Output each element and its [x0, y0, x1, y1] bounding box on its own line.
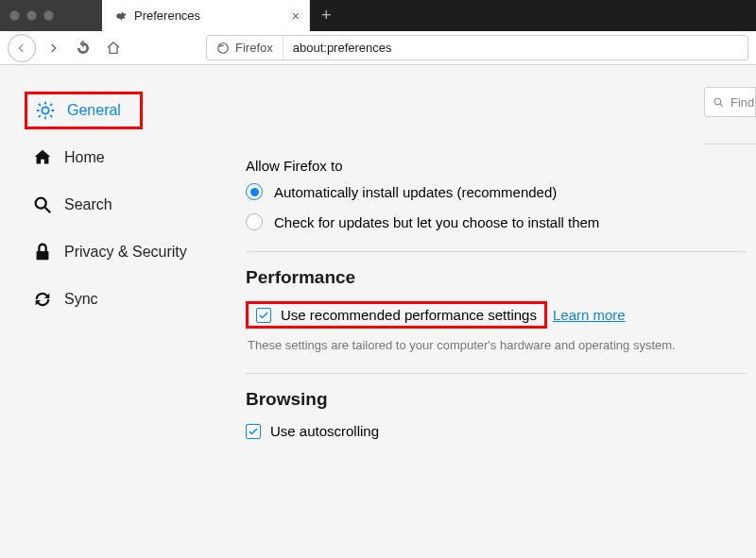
- new-tab-button[interactable]: +: [310, 6, 332, 25]
- close-window-button[interactable]: [9, 10, 20, 21]
- maximize-window-button[interactable]: [43, 10, 54, 21]
- svg-point-4: [714, 98, 721, 105]
- svg-rect-3: [37, 251, 49, 260]
- svg-line-2: [45, 208, 51, 213]
- identity-box[interactable]: Firefox: [207, 36, 284, 59]
- firefox-icon: [216, 42, 230, 55]
- checkbox[interactable]: [246, 424, 261, 439]
- checkbox-label: Use autoscrolling: [270, 423, 379, 439]
- checkbox-label: Use recommended performance settings: [281, 307, 537, 323]
- svg-point-1: [36, 198, 46, 209]
- sidebar-item-privacy[interactable]: Privacy & Security: [25, 233, 217, 271]
- minimize-window-button[interactable]: [26, 10, 37, 21]
- browser-tab[interactable]: Preferences ×: [102, 0, 310, 31]
- gear-icon: [35, 100, 56, 121]
- home-icon: [32, 147, 53, 168]
- sidebar-item-sync[interactable]: Sync: [25, 280, 217, 318]
- performance-heading: Performance: [246, 267, 747, 288]
- sidebar-item-label: Sync: [64, 291, 98, 308]
- back-button[interactable]: [8, 34, 36, 62]
- section-divider: [246, 251, 747, 252]
- update-option-auto[interactable]: Automatically install updates (recommend…: [246, 183, 747, 200]
- radio-button[interactable]: [246, 183, 263, 200]
- gear-icon: [112, 8, 127, 24]
- section-divider: [246, 373, 747, 374]
- radio-label: Automatically install updates (recommend…: [274, 184, 557, 200]
- titlebar: Preferences × +: [0, 0, 756, 31]
- sync-icon: [32, 289, 53, 310]
- performance-description: These settings are tailored to your comp…: [248, 338, 747, 352]
- url-bar[interactable]: Firefox about:preferences: [206, 35, 748, 60]
- svg-point-0: [218, 42, 229, 53]
- sidebar-item-label: Search: [64, 196, 112, 213]
- learn-more-link[interactable]: Learn more: [553, 307, 626, 323]
- check-icon: [258, 310, 269, 321]
- sidebar-item-label: Home: [64, 149, 105, 166]
- reload-button[interactable]: [70, 35, 96, 61]
- divider: [704, 144, 756, 144]
- search-icon: [713, 96, 725, 109]
- url-text: about:preferences: [284, 41, 402, 55]
- sidebar-item-label: General: [67, 102, 121, 119]
- browsing-heading: Browsing: [246, 389, 747, 410]
- sidebar-item-home[interactable]: Home: [25, 139, 217, 177]
- close-tab-icon[interactable]: ×: [292, 8, 300, 24]
- preferences-main: Find Allow Firefox to Automatically inst…: [217, 92, 756, 558]
- navigation-toolbar: Firefox about:preferences: [0, 31, 756, 65]
- updates-allow-label: Allow Firefox to: [246, 158, 747, 174]
- forward-button[interactable]: [40, 35, 66, 61]
- radio-button[interactable]: [246, 213, 263, 230]
- check-icon: [248, 426, 259, 437]
- performance-recommended-row[interactable]: Use recommended performance settings: [246, 301, 547, 329]
- window-controls: [0, 0, 102, 31]
- find-placeholder: Find: [730, 95, 754, 110]
- update-option-manual[interactable]: Check for updates but let you choose to …: [246, 213, 747, 230]
- sidebar-item-search[interactable]: Search: [25, 186, 217, 224]
- category-sidebar: General Home Search Privacy & Security S…: [0, 92, 217, 558]
- sidebar-item-label: Privacy & Security: [64, 244, 187, 261]
- preferences-content: General Home Search Privacy & Security S…: [0, 65, 756, 558]
- tab-title: Preferences: [134, 8, 200, 23]
- checkbox[interactable]: [256, 308, 271, 323]
- browsing-autoscroll-row[interactable]: Use autoscrolling: [246, 423, 747, 439]
- sidebar-item-general[interactable]: General: [25, 92, 143, 129]
- search-icon: [32, 194, 53, 215]
- radio-label: Check for updates but let you choose to …: [274, 214, 599, 230]
- home-button[interactable]: [100, 35, 127, 61]
- identity-label: Firefox: [235, 41, 273, 55]
- lock-icon: [32, 242, 53, 262]
- svg-line-5: [720, 104, 723, 107]
- find-in-preferences[interactable]: Find: [704, 87, 756, 117]
